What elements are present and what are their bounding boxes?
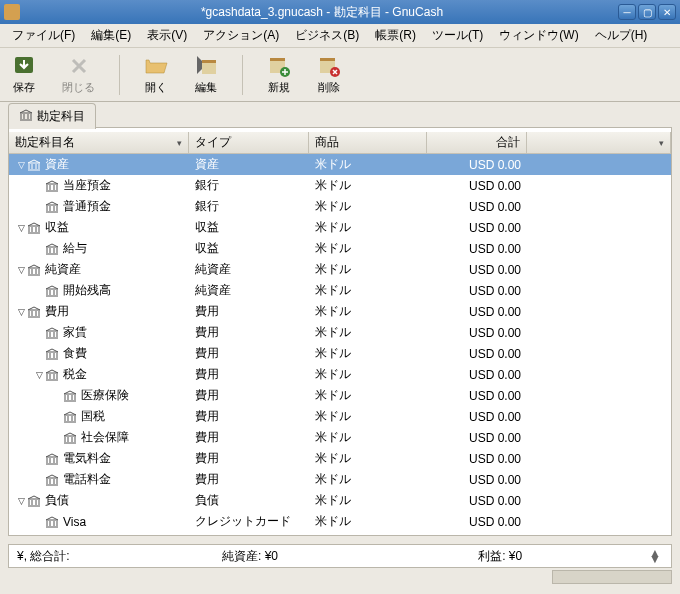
account-row[interactable]: 医療保険費用米ドルUSD 0.00 xyxy=(9,385,671,406)
menubar: ファイル(F) 編集(E) 表示(V) アクション(A) ビジネス(B) 帳票(… xyxy=(0,24,680,48)
bank-icon xyxy=(45,453,59,465)
account-row[interactable]: 開始残高純資産米ドルUSD 0.00 xyxy=(9,280,671,301)
account-total: USD 0.00 xyxy=(427,469,527,490)
header-options[interactable]: ▾ xyxy=(527,132,671,153)
delete-button[interactable]: 削除 xyxy=(313,52,345,97)
account-total: USD 0.00 xyxy=(427,343,527,364)
summary-spinner[interactable]: ▲▼ xyxy=(649,550,663,562)
svg-rect-4 xyxy=(270,58,285,61)
menu-help[interactable]: ヘルプ(H) xyxy=(587,24,656,47)
account-commodity: 米ドル xyxy=(309,196,427,217)
bank-icon xyxy=(27,264,41,276)
account-type: 純資産 xyxy=(189,259,309,280)
bank-icon xyxy=(45,180,59,192)
expand-toggle[interactable]: ▽ xyxy=(15,307,27,317)
account-row[interactable]: 電気料金費用米ドルUSD 0.00 xyxy=(9,448,671,469)
account-total: USD 0.00 xyxy=(427,448,527,469)
tab-label: 勘定科目 xyxy=(37,108,85,125)
column-headers: 勘定科目名▾ タイプ 商品 合計 ▾ xyxy=(9,132,671,154)
bank-icon xyxy=(27,495,41,507)
menu-file[interactable]: ファイル(F) xyxy=(4,24,83,47)
maximize-button[interactable]: ▢ xyxy=(638,4,656,20)
account-commodity: 米ドル xyxy=(309,406,427,427)
account-name: 給与 xyxy=(63,240,87,257)
account-type: 銀行 xyxy=(189,196,309,217)
account-row[interactable]: 給与収益米ドルUSD 0.00 xyxy=(9,238,671,259)
account-total: USD 0.00 xyxy=(427,490,527,511)
new-button[interactable]: 新規 xyxy=(263,52,295,97)
account-total: USD 0.00 xyxy=(427,427,527,448)
account-commodity: 米ドル xyxy=(309,322,427,343)
account-type: 銀行 xyxy=(189,175,309,196)
account-row[interactable]: 食費費用米ドルUSD 0.00 xyxy=(9,343,671,364)
bank-icon xyxy=(45,285,59,297)
header-total[interactable]: 合計 xyxy=(427,132,527,153)
summary-profit: 利益: ¥0 xyxy=(478,548,649,565)
account-row[interactable]: ▽負債負債米ドルUSD 0.00 xyxy=(9,490,671,511)
account-row[interactable]: Visaクレジットカード米ドルUSD 0.00 xyxy=(9,511,671,532)
account-row[interactable]: 国税費用米ドルUSD 0.00 xyxy=(9,406,671,427)
account-type: 費用 xyxy=(189,385,309,406)
menu-edit[interactable]: 編集(E) xyxy=(83,24,139,47)
save-icon xyxy=(12,54,36,78)
new-icon xyxy=(267,54,291,78)
edit-button[interactable]: 編集 xyxy=(190,52,222,97)
header-type[interactable]: タイプ xyxy=(189,132,309,153)
account-total: USD 0.00 xyxy=(427,154,527,175)
menu-tools[interactable]: ツール(T) xyxy=(424,24,491,47)
account-row[interactable]: ▽資産資産米ドルUSD 0.00 xyxy=(9,154,671,175)
account-row[interactable]: 当座預金銀行米ドルUSD 0.00 xyxy=(9,175,671,196)
account-type: 資産 xyxy=(189,154,309,175)
expand-toggle[interactable]: ▽ xyxy=(15,223,27,233)
account-type: 純資産 xyxy=(189,280,309,301)
account-commodity: 米ドル xyxy=(309,448,427,469)
account-tree[interactable]: ▽資産資産米ドルUSD 0.00当座預金銀行米ドルUSD 0.00普通預金銀行米… xyxy=(9,154,671,535)
account-total: USD 0.00 xyxy=(427,196,527,217)
expand-toggle[interactable]: ▽ xyxy=(15,265,27,275)
content-area: 勘定科目名▾ タイプ 商品 合計 ▾ ▽資産資産米ドルUSD 0.00当座預金銀… xyxy=(8,128,672,536)
account-row[interactable]: ▽税金費用米ドルUSD 0.00 xyxy=(9,364,671,385)
open-button[interactable]: 開く xyxy=(140,52,172,97)
account-commodity: 米ドル xyxy=(309,238,427,259)
account-row[interactable]: ▽費用費用米ドルUSD 0.00 xyxy=(9,301,671,322)
menu-windows[interactable]: ウィンドウ(W) xyxy=(491,24,586,47)
menu-business[interactable]: ビジネス(B) xyxy=(287,24,367,47)
save-button[interactable]: 保存 xyxy=(8,52,40,97)
account-row[interactable]: 普通預金銀行米ドルUSD 0.00 xyxy=(9,196,671,217)
account-name: 当座預金 xyxy=(63,177,111,194)
chevron-down-icon: ▾ xyxy=(659,138,664,148)
account-name: 開始残高 xyxy=(63,282,111,299)
account-type: 費用 xyxy=(189,406,309,427)
account-commodity: 米ドル xyxy=(309,154,427,175)
account-type: 費用 xyxy=(189,427,309,448)
close-button[interactable]: ✕ xyxy=(658,4,676,20)
expand-toggle[interactable]: ▽ xyxy=(15,496,27,506)
edit-icon xyxy=(194,54,218,78)
minimize-button[interactable]: ─ xyxy=(618,4,636,20)
account-total: USD 0.00 xyxy=(427,280,527,301)
tab-accounts[interactable]: 勘定科目 xyxy=(8,103,96,129)
bank-icon xyxy=(27,222,41,234)
account-row[interactable]: 社会保障費用米ドルUSD 0.00 xyxy=(9,427,671,448)
account-total: USD 0.00 xyxy=(427,259,527,280)
menu-actions[interactable]: アクション(A) xyxy=(195,24,287,47)
expand-toggle[interactable]: ▽ xyxy=(15,160,27,170)
svg-rect-2 xyxy=(202,60,216,63)
account-name: 資産 xyxy=(45,156,69,173)
account-row[interactable]: ▽収益収益米ドルUSD 0.00 xyxy=(9,217,671,238)
menu-reports[interactable]: 帳票(R) xyxy=(367,24,424,47)
titlebar[interactable]: *gcashdata_3.gnucash - 勘定科目 - GnuCash ─ … xyxy=(0,0,680,24)
account-type: 費用 xyxy=(189,364,309,385)
header-name[interactable]: 勘定科目名▾ xyxy=(9,132,189,153)
account-row[interactable]: 家賃費用米ドルUSD 0.00 xyxy=(9,322,671,343)
menu-view[interactable]: 表示(V) xyxy=(139,24,195,47)
toolbar: 保存 閉じる 開く 編集 新規 削除 xyxy=(0,48,680,102)
bank-icon xyxy=(45,516,59,528)
expand-toggle[interactable]: ▽ xyxy=(33,370,45,380)
bank-icon xyxy=(63,432,77,444)
resize-grip[interactable] xyxy=(552,570,672,584)
account-row[interactable]: 電話料金費用米ドルUSD 0.00 xyxy=(9,469,671,490)
header-commodity[interactable]: 商品 xyxy=(309,132,427,153)
account-name: 医療保険 xyxy=(81,387,129,404)
account-row[interactable]: ▽純資産純資産米ドルUSD 0.00 xyxy=(9,259,671,280)
